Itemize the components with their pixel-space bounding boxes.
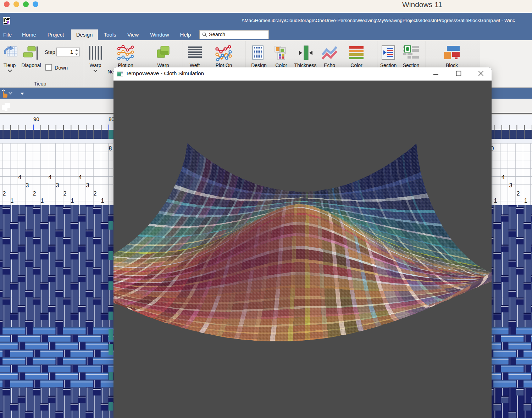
svg-text:8: 8	[109, 145, 112, 152]
svg-text:4: 4	[49, 174, 52, 180]
svg-text:3: 3	[26, 182, 29, 188]
svg-text:1: 1	[494, 198, 497, 204]
svg-text:2: 2	[517, 191, 520, 197]
svg-text:4: 4	[501, 174, 505, 180]
svg-text:4: 4	[18, 174, 22, 180]
svg-text:1: 1	[71, 198, 74, 204]
svg-text:3: 3	[509, 182, 512, 188]
svg-text:2: 2	[63, 191, 67, 197]
svg-text:1: 1	[101, 198, 104, 204]
svg-text:1: 1	[11, 198, 14, 204]
svg-text:3: 3	[56, 182, 59, 188]
svg-text:3: 3	[86, 182, 89, 188]
svg-text:4: 4	[79, 174, 82, 180]
svg-text:2: 2	[3, 191, 6, 197]
svg-text:1: 1	[41, 198, 44, 204]
svg-text:2: 2	[94, 191, 97, 197]
svg-text:1: 1	[524, 198, 527, 204]
svg-text:2: 2	[33, 191, 36, 197]
